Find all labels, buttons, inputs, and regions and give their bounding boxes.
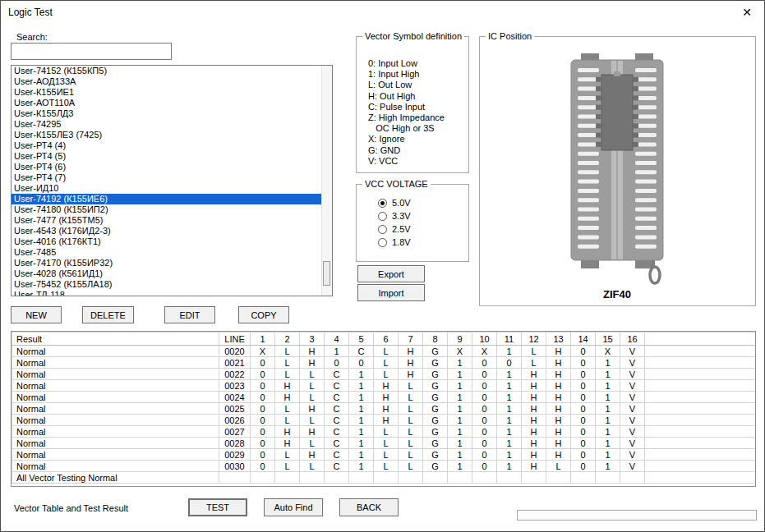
result-cell: 0: [251, 461, 275, 472]
result-cell: G: [423, 380, 448, 392]
result-row[interactable]: Normal00230HLC1HLG101HH01V: [12, 380, 756, 392]
result-col-header: 2: [275, 332, 300, 346]
result-cell: 0: [472, 449, 497, 461]
radio-icon[interactable]: [378, 212, 387, 221]
result-cell: H: [546, 426, 571, 438]
device-list-item[interactable]: User-РТ4 (7): [12, 172, 332, 183]
radio-icon[interactable]: [378, 225, 387, 234]
symbol-definition-line: OC High or 3S: [368, 123, 445, 134]
result-row[interactable]: Normal00240HLC1HLG101HH01V: [12, 392, 756, 403]
result-row[interactable]: Normal00220LLC1LHG101HH01V: [12, 369, 756, 380]
device-list-item[interactable]: User-74170 (К155ИР32): [12, 258, 332, 268]
result-cell: C: [325, 403, 349, 415]
vcc-option-1.8v[interactable]: 1.8V: [378, 236, 411, 249]
result-cell: Normal: [12, 346, 219, 357]
import-button[interactable]: Import: [357, 284, 425, 301]
device-list-item[interactable]: User-74180 (К155ИП2): [12, 204, 332, 215]
result-cell: 1: [349, 426, 374, 438]
result-cell: 1: [349, 415, 374, 426]
radio-icon[interactable]: [378, 238, 387, 247]
result-cell: 1: [448, 415, 472, 426]
device-list-item[interactable]: User-К155ЛЕ3 (7425): [12, 130, 332, 140]
vcc-option-5.0v[interactable]: 5.0V: [378, 196, 411, 209]
result-col-header: 11: [497, 332, 522, 346]
device-list-item[interactable]: User-РТ4 (5): [12, 151, 332, 162]
device-list-item[interactable]: User-АОД133А: [12, 76, 332, 87]
vcc-option-3.3v[interactable]: 3.3V: [378, 209, 411, 222]
device-list-item[interactable]: User-РТ4 (6): [12, 162, 332, 172]
back-button[interactable]: BACK: [339, 498, 399, 516]
device-list-item[interactable]: User-74192 (К155ИЕ6): [12, 194, 332, 204]
result-col-header: 16: [620, 332, 645, 346]
copy-button[interactable]: COPY: [238, 306, 289, 323]
result-row[interactable]: Normal00290LHC1LLG101HH01V: [12, 449, 756, 461]
result-cell: H: [522, 426, 546, 438]
result-row[interactable]: Normal00280HLC1LLG101HH01V: [12, 438, 756, 449]
device-list-item[interactable]: User-К155ЛД3: [12, 108, 332, 119]
result-cell: V: [620, 449, 645, 461]
result-cell: H: [546, 438, 571, 449]
device-list-item[interactable]: User-4028 (К561ИД1): [12, 268, 332, 279]
delete-button[interactable]: DELETE: [82, 306, 134, 323]
device-list-item[interactable]: User-АОТ110А: [12, 98, 332, 108]
device-list-item[interactable]: User-РТ4 (4): [12, 140, 332, 151]
result-cell: 0: [571, 380, 596, 392]
device-list-item[interactable]: User-4543 (К176ИД2-3): [12, 226, 332, 236]
result-cell: 1: [448, 461, 472, 472]
bottom-status-label: Vector Table and Test Result: [14, 503, 128, 513]
export-button[interactable]: Export: [357, 265, 425, 282]
vcc-option-2.5v[interactable]: 2.5V: [378, 222, 411, 236]
result-row[interactable]: Normal00260LLC1HLG101HH01V: [12, 415, 756, 426]
result-col-header: 4: [325, 332, 349, 346]
device-list-item[interactable]: User-75452 (К155ЛА18): [12, 279, 332, 290]
device-list-item[interactable]: User-ИД10: [12, 183, 332, 194]
result-cell: [497, 472, 522, 484]
edit-button[interactable]: EDIT: [164, 306, 215, 323]
result-col-header: 14: [571, 332, 596, 346]
device-list-item[interactable]: User-К155ИЕ1: [12, 87, 332, 98]
result-row[interactable]: Normal00270HHC1LLG101HH01V: [12, 426, 756, 438]
radio-icon[interactable]: [378, 199, 387, 208]
result-cell: G: [423, 426, 448, 438]
result-cell: L: [399, 426, 423, 438]
device-list-item[interactable]: User-ТЛ-118: [12, 290, 332, 296]
device-list-item[interactable]: User-74152 (К155КП5): [12, 66, 332, 76]
device-list-item[interactable]: User-7477 (К155ТМ5): [12, 215, 332, 226]
search-label: Search:: [16, 32, 48, 42]
result-row[interactable]: Normal00300LLC1LLG101HL01V: [12, 461, 756, 472]
device-list-item[interactable]: User-4016 (К176КТ1): [12, 236, 332, 247]
result-row[interactable]: Normal0020XLH1CLHGXX1LH0XV: [12, 346, 756, 357]
device-list-item[interactable]: User-74295: [12, 119, 332, 130]
result-cell: [448, 472, 472, 484]
inserted-chip-graphic: [596, 71, 638, 150]
result-cell: H: [546, 357, 571, 369]
close-icon[interactable]: ✕: [736, 4, 758, 21]
device-list-scrollbar-thumb[interactable]: [323, 261, 330, 286]
device-list-item[interactable]: User-7485: [12, 247, 332, 258]
result-cell: X: [596, 346, 620, 357]
result-cell: C: [325, 449, 349, 461]
result-cell: 1: [497, 461, 522, 472]
search-input[interactable]: [11, 43, 172, 60]
result-cell: 1: [497, 415, 522, 426]
result-cell: 0: [251, 380, 275, 392]
device-list-scrollbar[interactable]: [321, 66, 332, 296]
result-cell: [645, 403, 756, 415]
test-button[interactable]: TEST: [188, 498, 247, 516]
auto-find-button[interactable]: Auto Find: [264, 498, 323, 516]
result-cell: L: [374, 357, 399, 369]
result-grid: ResultLINE12345678910111213141516 Normal…: [12, 332, 755, 484]
result-cell: 1: [325, 346, 349, 357]
result-col-header: Result: [12, 332, 219, 346]
result-col-header: 13: [546, 332, 571, 346]
result-cell: 1: [349, 403, 374, 415]
device-list[interactable]: User-74152 (К155КП5)User-АОД133АUser-К15…: [11, 65, 333, 296]
result-cell: [251, 472, 275, 484]
result-cell: 1: [497, 392, 522, 403]
new-button[interactable]: NEW: [11, 306, 62, 323]
result-row[interactable]: Normal00210LH00LHG100LH01V: [12, 357, 756, 369]
result-row[interactable]: Normal00250LHC1HLG101HH01V: [12, 403, 756, 415]
result-cell: [596, 472, 620, 484]
vcc-voltage-title: VCC VOLTAGE: [362, 179, 431, 189]
result-cell: 1: [497, 369, 522, 380]
